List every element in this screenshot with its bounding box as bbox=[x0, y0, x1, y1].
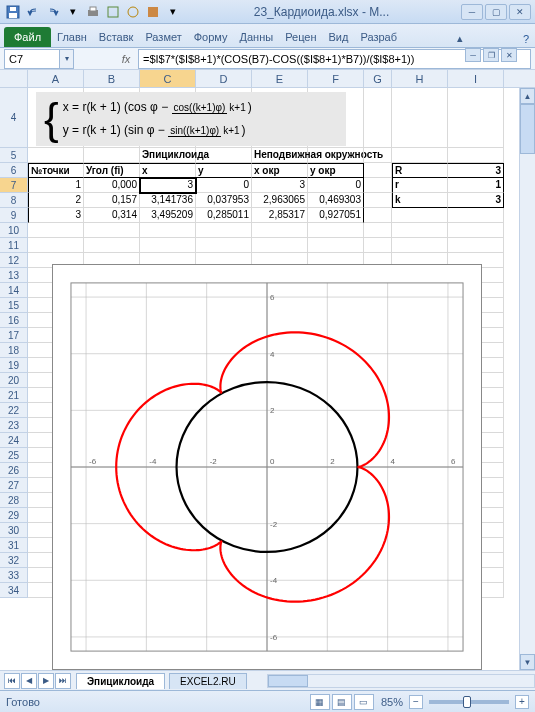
mdi-minimize-button[interactable]: ─ bbox=[465, 48, 481, 62]
cell[interactable] bbox=[364, 193, 392, 208]
view-pagebreak-button[interactable]: ▭ bbox=[354, 694, 374, 710]
qat-icon-8[interactable] bbox=[144, 3, 162, 21]
tab-developer[interactable]: Разраб bbox=[354, 27, 403, 47]
cell[interactable]: 0,314 bbox=[84, 208, 140, 223]
row-header-4[interactable]: 4 bbox=[0, 88, 28, 148]
cell[interactable] bbox=[196, 223, 252, 238]
cell[interactable]: 0,157 bbox=[84, 193, 140, 208]
cell[interactable] bbox=[308, 223, 364, 238]
sheet-nav-last-button[interactable]: ⏭ bbox=[55, 673, 71, 689]
cell[interactable] bbox=[392, 223, 448, 238]
row-header-31[interactable]: 31 bbox=[0, 538, 28, 553]
cell[interactable] bbox=[448, 223, 504, 238]
cell[interactable] bbox=[84, 238, 140, 253]
cell[interactable]: 0,285011 bbox=[196, 208, 252, 223]
row-header-9[interactable]: 9 bbox=[0, 208, 28, 223]
cell[interactable] bbox=[140, 223, 196, 238]
row-header-15[interactable]: 15 bbox=[0, 298, 28, 313]
zoom-out-button[interactable]: − bbox=[409, 695, 423, 709]
cell[interactable] bbox=[84, 148, 140, 163]
vertical-scrollbar[interactable]: ▲ ▼ bbox=[519, 88, 535, 670]
row-header-10[interactable]: 10 bbox=[0, 223, 28, 238]
cell[interactable] bbox=[364, 208, 392, 223]
tab-data[interactable]: Данны bbox=[234, 27, 280, 47]
col-header-A[interactable]: A bbox=[28, 70, 84, 87]
cell[interactable]: 3 bbox=[28, 208, 84, 223]
cell-header[interactable]: Эпициклоида bbox=[140, 148, 196, 163]
cell[interactable]: 3 bbox=[448, 193, 504, 208]
cell[interactable]: 1 bbox=[28, 178, 84, 193]
cell-header[interactable]: Неподвижная окружность bbox=[252, 148, 308, 163]
cell[interactable] bbox=[196, 148, 252, 163]
cell[interactable] bbox=[252, 223, 308, 238]
cell[interactable] bbox=[308, 238, 364, 253]
help-icon[interactable]: ? bbox=[517, 31, 535, 47]
qat-divider-icon[interactable]: ▾ bbox=[164, 3, 182, 21]
col-header-B[interactable]: B bbox=[84, 70, 140, 87]
cell[interactable] bbox=[448, 88, 504, 148]
cell[interactable] bbox=[28, 148, 84, 163]
maximize-button[interactable]: ▢ bbox=[485, 4, 507, 20]
col-header-E[interactable]: E bbox=[252, 70, 308, 87]
cell[interactable] bbox=[392, 208, 448, 223]
name-box-dropdown-icon[interactable]: ▾ bbox=[60, 49, 74, 69]
sheet-nav-next-button[interactable]: ▶ bbox=[38, 673, 54, 689]
cell[interactable]: 0,927051 bbox=[308, 208, 364, 223]
tab-layout[interactable]: Размет bbox=[139, 27, 187, 47]
cell[interactable]: k bbox=[392, 193, 448, 208]
row-header-14[interactable]: 14 bbox=[0, 283, 28, 298]
row-header-28[interactable]: 28 bbox=[0, 493, 28, 508]
row-header-12[interactable]: 12 bbox=[0, 253, 28, 268]
sheet-tab-active[interactable]: Эпициклоида bbox=[76, 673, 165, 689]
cell-header[interactable]: y bbox=[196, 163, 252, 178]
cell[interactable] bbox=[392, 88, 448, 148]
select-all-corner[interactable] bbox=[0, 70, 28, 87]
qat-icon-6[interactable] bbox=[104, 3, 122, 21]
insert-function-button[interactable]: fx bbox=[114, 53, 138, 65]
cell[interactable]: 3 bbox=[448, 163, 504, 178]
view-layout-button[interactable]: ▤ bbox=[332, 694, 352, 710]
row-header-24[interactable]: 24 bbox=[0, 433, 28, 448]
zoom-slider-thumb[interactable] bbox=[463, 696, 471, 708]
zoom-slider[interactable] bbox=[429, 700, 509, 704]
row-header-22[interactable]: 22 bbox=[0, 403, 28, 418]
cell[interactable]: 1 bbox=[448, 178, 504, 193]
cell[interactable] bbox=[364, 148, 392, 163]
minimize-button[interactable]: ─ bbox=[461, 4, 483, 20]
tab-home[interactable]: Главн bbox=[51, 27, 93, 47]
redo-icon[interactable] bbox=[44, 3, 62, 21]
cell[interactable] bbox=[252, 238, 308, 253]
cell-header[interactable]: R bbox=[392, 163, 448, 178]
cell[interactable] bbox=[196, 238, 252, 253]
row-header-27[interactable]: 27 bbox=[0, 478, 28, 493]
cell[interactable] bbox=[84, 223, 140, 238]
undo-icon[interactable] bbox=[24, 3, 42, 21]
hscroll-thumb[interactable] bbox=[268, 675, 308, 687]
qat-icon-7[interactable] bbox=[124, 3, 142, 21]
row-header-19[interactable]: 19 bbox=[0, 358, 28, 373]
sheet-nav-first-button[interactable]: ⏮ bbox=[4, 673, 20, 689]
sheet-tab-other[interactable]: EXCEL2.RU bbox=[169, 673, 247, 689]
row-header-23[interactable]: 23 bbox=[0, 418, 28, 433]
row-header-16[interactable]: 16 bbox=[0, 313, 28, 328]
col-header-H[interactable]: H bbox=[392, 70, 448, 87]
cell[interactable] bbox=[28, 238, 84, 253]
cell[interactable]: 3,495209 bbox=[140, 208, 196, 223]
row-header-18[interactable]: 18 bbox=[0, 343, 28, 358]
cell[interactable] bbox=[364, 238, 392, 253]
cell[interactable] bbox=[308, 148, 364, 163]
row-header-7[interactable]: 7 bbox=[0, 178, 28, 193]
col-header-C[interactable]: C bbox=[140, 70, 196, 87]
mdi-restore-button[interactable]: ❐ bbox=[483, 48, 499, 62]
cell[interactable] bbox=[392, 238, 448, 253]
file-tab[interactable]: Файл bbox=[4, 27, 51, 47]
cell-header[interactable]: x окр bbox=[252, 163, 308, 178]
row-header-21[interactable]: 21 bbox=[0, 388, 28, 403]
view-normal-button[interactable]: ▦ bbox=[310, 694, 330, 710]
scroll-down-button[interactable]: ▼ bbox=[520, 654, 535, 670]
cell[interactable] bbox=[140, 238, 196, 253]
row-header-11[interactable]: 11 bbox=[0, 238, 28, 253]
scroll-up-button[interactable]: ▲ bbox=[520, 88, 535, 104]
cell-header[interactable]: Угол (fi) bbox=[84, 163, 140, 178]
cell-header[interactable]: x bbox=[140, 163, 196, 178]
